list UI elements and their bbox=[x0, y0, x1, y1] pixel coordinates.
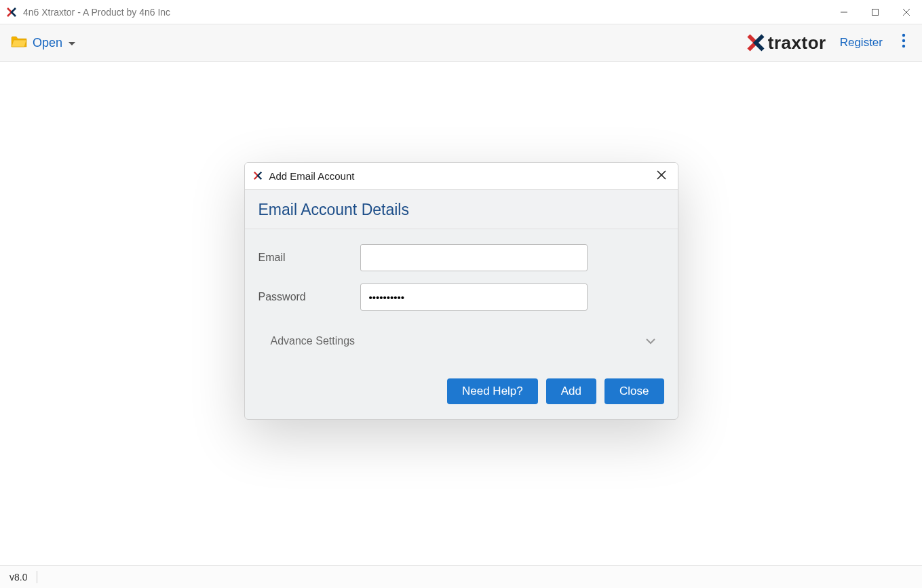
svg-point-6 bbox=[902, 45, 905, 47]
register-link[interactable]: Register bbox=[840, 36, 883, 50]
status-divider bbox=[37, 571, 37, 583]
dialog-body: Email Password Advance Settings bbox=[245, 229, 678, 361]
dialog-close-button[interactable] bbox=[653, 167, 670, 185]
open-menu-button[interactable]: Open bbox=[11, 35, 76, 52]
folder-icon bbox=[11, 35, 27, 52]
app-x-icon bbox=[5, 6, 18, 18]
dialog-titlebar: Add Email Account bbox=[245, 163, 678, 190]
svg-rect-1 bbox=[872, 9, 879, 15]
password-label: Password bbox=[258, 291, 360, 303]
email-row: Email bbox=[258, 244, 664, 271]
window-maximize-button[interactable] bbox=[860, 0, 891, 24]
more-menu-button[interactable] bbox=[896, 31, 911, 55]
open-label: Open bbox=[33, 36, 62, 50]
dialog-backdrop: Add Email Account Email Account Details … bbox=[0, 62, 922, 565]
advance-settings-label: Advance Settings bbox=[271, 335, 356, 347]
svg-point-4 bbox=[902, 34, 905, 37]
status-bar: v8.0 bbox=[0, 565, 922, 588]
add-email-account-dialog: Add Email Account Email Account Details … bbox=[244, 162, 678, 420]
window-titlebar: 4n6 Xtraxtor - A Product by 4n6 Inc bbox=[0, 0, 922, 24]
window-minimize-button[interactable] bbox=[828, 0, 860, 24]
window-controls bbox=[828, 0, 922, 24]
svg-point-5 bbox=[902, 39, 905, 42]
add-button[interactable]: Add bbox=[546, 378, 596, 404]
dialog-title: Add Email Account bbox=[269, 170, 355, 182]
toolbar: Open traxtor Register bbox=[0, 24, 922, 62]
main-area: Add Email Account Email Account Details … bbox=[0, 62, 922, 565]
window-title: 4n6 Xtraxtor - A Product by 4n6 Inc bbox=[23, 7, 170, 18]
email-field[interactable] bbox=[360, 244, 588, 271]
dropdown-caret-icon bbox=[68, 36, 76, 50]
password-field[interactable] bbox=[360, 283, 588, 311]
brand-x-icon bbox=[746, 33, 765, 52]
version-label: v8.0 bbox=[9, 572, 27, 583]
window-close-button[interactable] bbox=[891, 0, 922, 24]
need-help-button[interactable]: Need Help? bbox=[447, 378, 538, 404]
dialog-header: Email Account Details bbox=[245, 190, 678, 229]
close-button[interactable]: Close bbox=[604, 378, 664, 404]
chevron-down-icon bbox=[645, 335, 656, 347]
advance-settings-toggle[interactable]: Advance Settings bbox=[258, 323, 664, 353]
dialog-app-icon bbox=[253, 171, 264, 182]
dialog-footer: Need Help? Add Close bbox=[245, 361, 678, 419]
email-label: Email bbox=[258, 252, 360, 264]
brand-logo: traxtor bbox=[746, 33, 826, 54]
password-row: Password bbox=[258, 283, 664, 311]
brand-name: traxtor bbox=[768, 33, 826, 54]
